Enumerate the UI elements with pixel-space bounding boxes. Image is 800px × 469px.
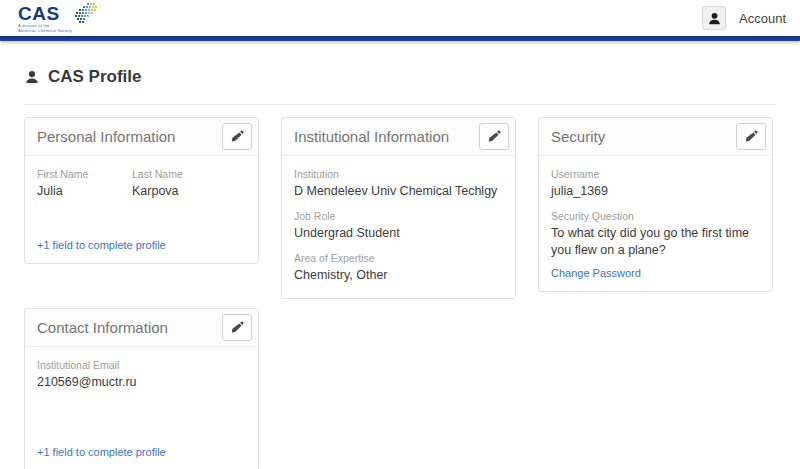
first-name-field: First Name Julia [37,168,127,200]
profile-cards-grid: Personal Information First Name Julia [24,117,776,469]
personal-information-card: Personal Information First Name Julia [24,117,259,264]
header-divider-bar [0,36,800,41]
username-field: Username julia_1369 [551,168,760,200]
field-value: julia_1369 [551,183,760,200]
last-name-field: Last Name Karpova [132,168,222,200]
field-label: Institution [294,168,503,180]
change-password-link[interactable]: Change Password [551,267,760,279]
field-label: Security Question [551,210,760,222]
card-title: Personal Information [37,128,175,145]
field-value: To what city did you go the first time y… [551,225,760,259]
institutional-information-card-header: Institutional Information [282,118,515,156]
account-menu[interactable]: Account [702,6,786,30]
cas-logo-tagline-line2: American Chemical Society [18,28,72,33]
institutional-information-card-body: Institution D Mendeleev Univ Chemical Te… [282,156,515,298]
edit-institutional-information-button[interactable] [479,123,509,150]
card-title: Institutional Information [294,128,449,145]
edit-security-button[interactable] [736,123,766,150]
top-bar: CAS A division of the American Chemical … [0,0,800,36]
person-icon [24,69,40,85]
card-title: Security [551,128,605,145]
field-value: Karpova [132,183,222,200]
complete-profile-link[interactable]: +1 field to complete profile [37,239,246,251]
person-icon [707,11,722,26]
contact-information-card: Contact Information Institutional Email … [24,308,259,469]
edit-contact-information-button[interactable] [222,314,252,341]
section-divider [24,104,776,105]
account-label[interactable]: Account [739,11,786,26]
security-question-field: Security Question To what city did you g… [551,210,760,259]
security-card: Security Username julia_1369 Security Qu… [538,117,773,292]
field-label: Last Name [132,168,222,180]
account-button[interactable] [702,6,726,30]
page-title-text: CAS Profile [48,67,142,87]
edit-personal-information-button[interactable] [222,123,252,150]
main-content: CAS Profile Personal Information Fir [0,41,800,469]
personal-information-card-header: Personal Information [25,118,258,156]
institution-field: Institution D Mendeleev Univ Chemical Te… [294,168,503,200]
page-title: CAS Profile [24,67,776,87]
field-label: Area of Expertise [294,252,503,264]
field-value: Julia [37,183,127,200]
complete-profile-link[interactable]: +1 field to complete profile [37,446,246,458]
pencil-icon [745,130,758,143]
security-card-header: Security [539,118,772,156]
field-value: 210569@muctr.ru [37,374,246,391]
field-value: Chemistry, Other [294,267,503,284]
field-value: Undergrad Student [294,225,503,242]
contact-information-card-header: Contact Information [25,309,258,347]
card-title: Contact Information [37,319,168,336]
institutional-information-card: Institutional Information Institution D … [281,117,516,299]
contact-information-card-body: Institutional Email 210569@muctr.ru +1 f… [25,347,258,469]
field-value: D Mendeleev Univ Chemical Techlgy [294,183,503,200]
molecule-dots-icon [74,3,100,27]
job-role-field: Job Role Undergrad Student [294,210,503,242]
area-of-expertise-field: Area of Expertise Chemistry, Other [294,252,503,284]
cas-logo-text: CAS [18,4,72,23]
pencil-icon [488,130,501,143]
field-label: Job Role [294,210,503,222]
pencil-icon [231,321,244,334]
pencil-icon [231,130,244,143]
cas-logo[interactable]: CAS A division of the American Chemical … [18,4,100,33]
field-label: First Name [37,168,127,180]
institutional-email-field: Institutional Email 210569@muctr.ru [37,359,246,391]
field-label: Institutional Email [37,359,246,371]
field-label: Username [551,168,760,180]
personal-information-card-body: First Name Julia Last Name Karpova +1 fi… [25,156,258,263]
security-card-body: Username julia_1369 Security Question To… [539,156,772,291]
